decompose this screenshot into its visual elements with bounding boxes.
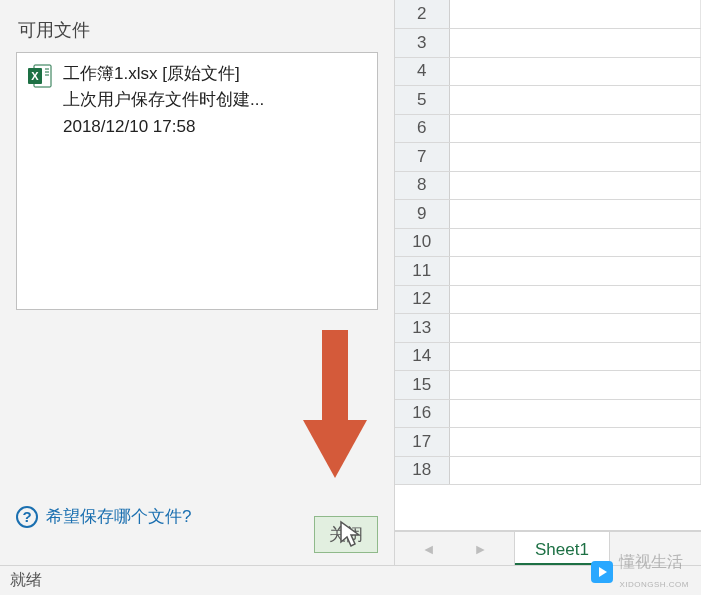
grid-cell[interactable]: [449, 171, 701, 200]
grid-cell[interactable]: [449, 428, 701, 457]
status-bar: 就绪: [0, 565, 701, 595]
grid-row: 3: [395, 29, 701, 58]
row-header[interactable]: 16: [395, 399, 449, 428]
grid-row: 4: [395, 57, 701, 86]
grid-row: 6: [395, 114, 701, 143]
grid-row: 2: [395, 0, 701, 29]
grid-row: 13: [395, 314, 701, 343]
chevron-right-icon[interactable]: ►: [474, 541, 488, 557]
svg-text:X: X: [31, 70, 39, 82]
grid-row: 17: [395, 428, 701, 457]
file-details: 工作簿1.xlsx [原始文件] 上次用户保存文件时创建... 2018/12/…: [63, 61, 264, 140]
grid-cell[interactable]: [449, 257, 701, 286]
row-header[interactable]: 3: [395, 29, 449, 58]
row-header[interactable]: 12: [395, 285, 449, 314]
row-header[interactable]: 4: [395, 57, 449, 86]
grid-row: 12: [395, 285, 701, 314]
chevron-left-icon[interactable]: ◄: [422, 541, 436, 557]
row-header[interactable]: 6: [395, 114, 449, 143]
row-header[interactable]: 17: [395, 428, 449, 457]
row-header[interactable]: 10: [395, 228, 449, 257]
available-files-list[interactable]: X 工作簿1.xlsx [原始文件] 上次用户保存文件时创建... 2018/1…: [16, 52, 378, 310]
status-text: 就绪: [10, 570, 42, 591]
grid-cell[interactable]: [449, 456, 701, 485]
grid-row: 7: [395, 143, 701, 172]
help-text: 希望保存哪个文件?: [46, 505, 191, 528]
grid-cell[interactable]: [449, 143, 701, 172]
grid-cell[interactable]: [449, 29, 701, 58]
grid-row: 15: [395, 371, 701, 400]
row-header[interactable]: 8: [395, 171, 449, 200]
grid-row: 5: [395, 86, 701, 115]
grid-cell[interactable]: [449, 114, 701, 143]
grid-cell[interactable]: [449, 371, 701, 400]
grid-row: 18: [395, 456, 701, 485]
sheet-nav-arrows[interactable]: ◄ ►: [395, 532, 515, 565]
row-header[interactable]: 11: [395, 257, 449, 286]
recovery-panel: 可用文件 X 工作簿1.xlsx [原始文件] 上次用户保存文件时创建...: [0, 0, 395, 565]
row-header[interactable]: 14: [395, 342, 449, 371]
row-header[interactable]: 5: [395, 86, 449, 115]
excel-file-icon: X: [27, 63, 53, 92]
grid-cell[interactable]: [449, 86, 701, 115]
row-header[interactable]: 9: [395, 200, 449, 229]
file-item[interactable]: X 工作簿1.xlsx [原始文件] 上次用户保存文件时创建... 2018/1…: [27, 61, 367, 140]
question-icon: ?: [16, 506, 38, 528]
panel-title: 可用文件: [16, 0, 378, 52]
grid-cell[interactable]: [449, 285, 701, 314]
file-name: 工作簿1.xlsx [原始文件]: [63, 61, 264, 87]
row-header[interactable]: 2: [395, 0, 449, 29]
grid-row: 10: [395, 228, 701, 257]
close-button[interactable]: 关闭: [314, 516, 378, 553]
grid-row: 16: [395, 399, 701, 428]
grid-cell[interactable]: [449, 200, 701, 229]
grid-row: 14: [395, 342, 701, 371]
file-description: 上次用户保存文件时创建...: [63, 87, 264, 113]
grid-cell[interactable]: [449, 0, 701, 29]
sheet-tab-label: Sheet1: [535, 540, 589, 560]
row-header[interactable]: 18: [395, 456, 449, 485]
grid-cell[interactable]: [449, 228, 701, 257]
grid-cell[interactable]: [449, 314, 701, 343]
grid-row: 11: [395, 257, 701, 286]
row-header[interactable]: 15: [395, 371, 449, 400]
grid-cell[interactable]: [449, 342, 701, 371]
grid-row: 9: [395, 200, 701, 229]
row-header[interactable]: 13: [395, 314, 449, 343]
file-timestamp: 2018/12/10 17:58: [63, 114, 264, 140]
grid-row: 8: [395, 171, 701, 200]
grid-cell[interactable]: [449, 399, 701, 428]
spreadsheet-area: 23456789101112131415161718 ◄ ► Sheet1: [395, 0, 701, 565]
grid-cell[interactable]: [449, 57, 701, 86]
sheet-tab[interactable]: Sheet1: [515, 531, 610, 565]
help-link[interactable]: ? 希望保存哪个文件?: [16, 505, 191, 528]
grid[interactable]: 23456789101112131415161718: [395, 0, 701, 531]
row-header[interactable]: 7: [395, 143, 449, 172]
sheet-tab-bar: ◄ ► Sheet1: [395, 531, 701, 565]
